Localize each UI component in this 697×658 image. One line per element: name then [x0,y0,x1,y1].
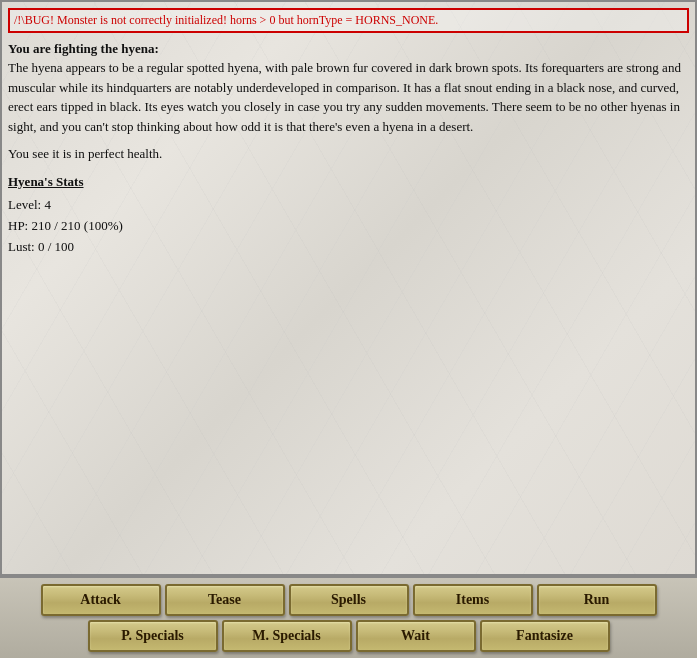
tease-button[interactable]: Tease [165,584,285,616]
m-specials-button[interactable]: M. Specials [222,620,352,652]
combat-description: The hyena appears to be a regular spotte… [8,60,681,134]
bug-message: /!\BUG! Monster is not correctly initial… [8,8,689,33]
stats-section: Hyena's Stats Level: 4 HP: 210 / 210 (10… [8,172,689,258]
button-row-2: P. Specials M. Specials Wait Fantasize [4,620,693,652]
items-button[interactable]: Items [413,584,533,616]
stat-hp: HP: 210 / 210 (100%) [8,216,689,237]
combat-display: /!\BUG! Monster is not correctly initial… [0,0,697,576]
run-button[interactable]: Run [537,584,657,616]
fantasize-button[interactable]: Fantasize [480,620,610,652]
button-row-1: Attack Tease Spells Items Run [4,584,693,616]
stats-title: Hyena's Stats [8,172,689,192]
button-area: Attack Tease Spells Items Run P. Special… [0,576,697,658]
spells-button[interactable]: Spells [289,584,409,616]
combat-intro: You are fighting the hyena: [8,41,159,56]
wait-button[interactable]: Wait [356,620,476,652]
combat-text: You are fighting the hyena: The hyena ap… [8,39,689,258]
stat-lust: Lust: 0 / 100 [8,237,689,258]
p-specials-button[interactable]: P. Specials [88,620,218,652]
health-description: You see it is in perfect health. [8,144,689,164]
attack-button[interactable]: Attack [41,584,161,616]
stat-level: Level: 4 [8,195,689,216]
